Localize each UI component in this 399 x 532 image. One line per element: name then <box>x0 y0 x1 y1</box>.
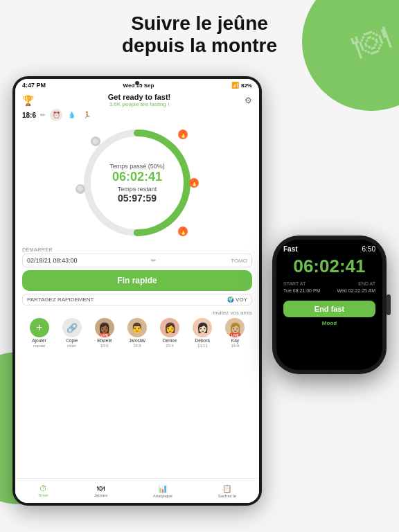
friend-denice[interactable]: 👩 Denice 20:4 <box>160 318 179 348</box>
dot-top-right: 🔥 <box>178 130 188 139</box>
timer-nav-label: Timer <box>38 493 48 497</box>
analytique-nav-icon: 📊 <box>158 484 168 493</box>
add-friend-avatar: + <box>30 318 49 337</box>
jeunes-nav-label: Jeûnes <box>94 493 107 497</box>
sachez-nav-label: Sachez le <box>218 494 236 498</box>
friend-jaroslav[interactable]: 👨 Jaroslav 16:8 <box>127 318 147 348</box>
denice-time: 20:4 <box>166 344 174 348</box>
add-friend-sub: copain <box>33 344 46 348</box>
mode-icons: ⏰ 💧 🏃 <box>50 109 93 121</box>
app-title: Get ready to fast! 3.6K people are fasti… <box>34 93 245 107</box>
jeunes-nav-icon: 🍽 <box>97 484 105 493</box>
denice-name: Denice <box>163 338 177 343</box>
watch-start-value: Tue 08:21:00 PM <box>283 288 320 293</box>
fast-edit-icon[interactable]: ✏ <box>40 112 46 118</box>
debora-time: 13:11 <box>197 344 208 348</box>
denice-avatar: 👩 <box>160 318 179 337</box>
watch-screen: Fast 6:50 06:02:41 START AT END AT Tue 0… <box>276 240 382 370</box>
tablet-frame: 4:47 PM Wed 15 Sep 📶 82% 🏆 Get ready to … <box>12 76 262 506</box>
bottom-nav: ⏱ Timer 🍽 Jeûnes 📊 Analytique 📋 Sachez l… <box>15 478 259 503</box>
copy-avatar: 🔗 <box>62 318 82 337</box>
nav-timer[interactable]: ⏱ Timer <box>38 484 48 497</box>
ebwele-time: 18:6 <box>100 344 109 348</box>
timer-elapsed-value: 06:02:41 <box>109 170 165 184</box>
friend-copy[interactable]: 🔗 Copie relier <box>62 318 82 348</box>
header-section: Suivre le jeûne depuis la montre <box>0 12 399 57</box>
tomo-label: TOMO <box>231 258 247 264</box>
trophy-icon: 🏆 <box>22 95 34 106</box>
ebwele-avatar: 👩🏾LIVE <box>95 318 114 337</box>
nav-jeunes[interactable]: 🍽 Jeûnes <box>94 484 107 497</box>
kay-name: Kay <box>231 338 239 343</box>
demarrer-label: DÉMARRER <box>22 247 252 252</box>
mode-clock-icon[interactable]: ⏰ <box>50 109 62 121</box>
header-title: Suivre le jeûne depuis la montre <box>0 12 399 57</box>
watch-timer: 06:02:41 <box>283 256 375 277</box>
analytique-nav-label: Analytique <box>153 494 172 498</box>
dot-right: 🔥 <box>189 178 199 188</box>
timer-remaining-label: Temps restant <box>109 186 165 193</box>
friend-add[interactable]: + Ajouter copain <box>30 318 49 348</box>
friends-row: + Ajouter copain 🔗 Copie relier 👩🏾LIVE E… <box>22 318 252 348</box>
jaroslav-avatar: 👨 <box>127 318 147 337</box>
timer-center: Temps passé (50%) 06:02:41 Temps restant… <box>109 163 165 204</box>
watch-time: 6:50 <box>362 245 375 253</box>
dot-left: ⚪ <box>76 184 85 194</box>
add-friend-name: Ajouter <box>32 338 46 343</box>
start-date-value: 02/18/21 08:43:00 <box>27 257 78 264</box>
copy-name: Copie <box>66 338 78 343</box>
partager-row: PARTAGEZ RAPIDEMENT 🌍 VOY <box>22 294 252 305</box>
bottom-section: DÉMARRER 02/18/21 08:43:00 ✏ TOMO Fin ra… <box>15 245 259 351</box>
watch-labels-row: START AT END AT <box>283 281 375 286</box>
mode-run-icon[interactable]: 🏃 <box>80 109 93 121</box>
timer-nav-icon: ⏱ <box>39 484 47 493</box>
nav-sachez[interactable]: 📋 Sachez le <box>218 484 236 498</box>
fin-rapide-button[interactable]: Fin rapide <box>22 270 252 291</box>
app-subtitle: 3.6K people are fasting ! <box>34 101 245 107</box>
mode-water-icon[interactable]: 💧 <box>65 109 78 121</box>
start-edit-icon[interactable]: ✏ <box>151 257 157 264</box>
app-header-section: 🏆 Get ready to fast! 3.6K people are fas… <box>15 90 259 242</box>
wifi-icon: 📶 <box>231 82 239 89</box>
friend-debora[interactable]: 👩🏻 Débora 13:11 <box>193 318 212 348</box>
tablet-camera <box>135 81 139 85</box>
timer-elapsed-label: Temps passé (50%) <box>109 163 165 170</box>
gear-icon[interactable]: ⚙ <box>245 96 252 105</box>
friend-kay[interactable]: 👩🏼LIVE Kay 15:9 <box>225 318 245 348</box>
partager-suffix: 🌍 VOY <box>227 296 247 303</box>
ebwele-name: Ebwelé <box>97 338 112 343</box>
nav-analytique[interactable]: 📊 Analytique <box>153 484 172 498</box>
watch-values-row: Tue 08:21:00 PM Wed 02:22:25 AM <box>283 288 375 299</box>
kay-avatar: 👩🏼LIVE <box>225 318 245 337</box>
tablet-screen: 4:47 PM Wed 15 Sep 📶 82% 🏆 Get ready to … <box>15 79 259 503</box>
watch-app-name: Fast <box>283 245 298 253</box>
app-main-title: Get ready to fast! <box>34 93 245 101</box>
jaroslav-time: 16:8 <box>133 344 141 348</box>
partager-label: PARTAGEZ RAPIDEMENT <box>27 296 94 303</box>
dot-top-left: ⚪ <box>91 136 100 146</box>
watch-end-label: END AT <box>358 281 375 286</box>
friend-ebwele[interactable]: 👩🏾LIVE Ebwelé 18:6 <box>95 318 114 348</box>
app-header: 🏆 Get ready to fast! 3.6K people are fas… <box>22 93 252 107</box>
timer-remaining-value: 05:97:59 <box>109 193 165 204</box>
status-right: 📶 82% <box>231 82 252 89</box>
status-time: 4:47 PM <box>22 82 46 89</box>
copy-sub: relier <box>67 344 76 348</box>
dot-bottom-right: 🔥 <box>178 227 188 236</box>
watch-frame: Fast 6:50 06:02:41 START AT END AT Tue 0… <box>272 236 387 374</box>
watch-start-label: START AT <box>283 281 305 286</box>
watch-crown <box>387 294 391 315</box>
timer-circle-area: 🔥 🔥 🔥 ⚪ ⚪ Temps passé (50%) 06:02:41 Tem… <box>78 124 196 242</box>
end-fast-button[interactable]: End fast <box>283 301 375 317</box>
date-row: 02/18/21 08:43:00 ✏ TOMO <box>22 254 252 267</box>
sachez-nav-icon: 📋 <box>222 484 232 493</box>
watch-end-value: Wed 02:22:25 AM <box>337 288 375 293</box>
watch-header: Fast 6:50 <box>283 245 375 253</box>
jaroslav-name: Jaroslav <box>129 338 145 343</box>
watch-mood: Mood <box>283 320 375 326</box>
friends-label: Invitez vos amis <box>22 310 252 316</box>
battery-icon: 82% <box>241 82 252 89</box>
debora-avatar: 👩🏻 <box>193 318 212 337</box>
fast-label: 18:6 <box>22 112 36 119</box>
fast-selector: 18:6 ✏ ⏰ 💧 🏃 <box>22 109 252 121</box>
